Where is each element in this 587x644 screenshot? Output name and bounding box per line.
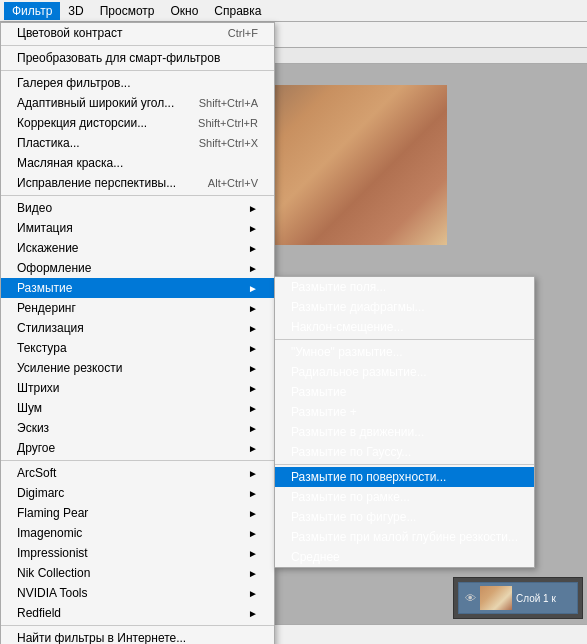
menu-item-other[interactable]: Другое ►: [1, 438, 274, 458]
submenu-item-motion-blur[interactable]: Размытие в движении...: [275, 422, 534, 442]
menu-item-label: Redfield: [17, 606, 61, 620]
layer-item[interactable]: 👁 Слой 1 к: [458, 582, 578, 614]
menu-item-digimarc[interactable]: Digimarc ►: [1, 483, 274, 503]
menu-item-imagenomic[interactable]: Imagenomic ►: [1, 523, 274, 543]
menu-item-smart-filters[interactable]: Преобразовать для смарт-фильтров: [1, 48, 274, 68]
menu-item-sketch[interactable]: Эскиз ►: [1, 418, 274, 438]
menu-item-sharpen[interactable]: Усиление резкости ►: [1, 358, 274, 378]
menu-item-adaptive-wide[interactable]: Адаптивный широкий угол... Shift+Ctrl+A: [1, 93, 274, 113]
menu-item-imitation[interactable]: Имитация ►: [1, 218, 274, 238]
menu-item-rendering[interactable]: Рендеринг ►: [1, 298, 274, 318]
menu-item-gallery[interactable]: Галерея фильтров...: [1, 73, 274, 93]
menu-item-nik-collection[interactable]: Nik Collection ►: [1, 563, 274, 583]
submenu-item-blur-aperture[interactable]: Размытие диафрагмы...: [275, 297, 534, 317]
menu-item-label: Размытие: [17, 281, 72, 295]
menu-item-label: Эскиз: [17, 421, 49, 435]
submenu-arrow-icon: ►: [248, 568, 258, 579]
separator-1: [1, 45, 274, 46]
menu-item-shortcut: Ctrl+F: [208, 27, 258, 39]
menu-help[interactable]: Справка: [206, 2, 269, 20]
menu-item-label: Digimarc: [17, 486, 64, 500]
submenu-arrow-icon: ►: [248, 588, 258, 599]
menu-item-shortcut: Shift+Ctrl+X: [179, 137, 258, 149]
menu-item-shortcut: Shift+Ctrl+R: [178, 117, 258, 129]
menu-item-label: ArcSoft: [17, 466, 56, 480]
submenu-item-label: Размытие диафрагмы...: [291, 300, 425, 314]
menu-item-texture[interactable]: Текстура ►: [1, 338, 274, 358]
menu-item-plastic[interactable]: Пластика... Shift+Ctrl+X: [1, 133, 274, 153]
submenu-arrow-icon: ►: [248, 468, 258, 479]
separator-2: [1, 70, 274, 71]
menu-item-label: Стилизация: [17, 321, 84, 335]
menu-filter[interactable]: Фильтр: [4, 2, 60, 20]
submenu-arrow-icon: ►: [248, 283, 258, 294]
menu-item-blur[interactable]: Размытие ► Размытие поля... Размытие диа…: [1, 278, 274, 298]
submenu-item-label: Размытие: [291, 385, 346, 399]
submenu-arrow-icon: ►: [248, 403, 258, 414]
submenu-item-tilt-shift[interactable]: Наклон-смещение...: [275, 317, 534, 337]
menu-item-label: Imagenomic: [17, 526, 82, 540]
menu-item-label: Штрихи: [17, 381, 60, 395]
menu-item-label: Видео: [17, 201, 52, 215]
menu-item-flaming-pear[interactable]: Flaming Pear ►: [1, 503, 274, 523]
menu-item-stylization[interactable]: Стилизация ►: [1, 318, 274, 338]
menu-item-label: Цветовой контраст: [17, 26, 122, 40]
separator-3: [1, 195, 274, 196]
submenu-arrow-icon: ►: [248, 363, 258, 374]
menu-item-noise[interactable]: Шум ►: [1, 398, 274, 418]
menu-item-video[interactable]: Видео ►: [1, 198, 274, 218]
menu-item-label: Адаптивный широкий угол...: [17, 96, 174, 110]
submenu-item-blur-field[interactable]: Размытие поля...: [275, 277, 534, 297]
submenu-arrow-icon: ►: [248, 243, 258, 254]
menu-item-redfield[interactable]: Redfield ►: [1, 603, 274, 623]
menu-item-label: Шум: [17, 401, 42, 415]
menu-item-decoration[interactable]: Оформление ►: [1, 258, 274, 278]
submenu-item-label: Радиальное размытие...: [291, 365, 427, 379]
submenu-item-label: "Умное" размытие...: [291, 345, 403, 359]
menu-item-shortcut: Shift+Ctrl+A: [179, 97, 258, 109]
submenu-item-frame-blur[interactable]: Размытие по рамке...: [275, 487, 534, 507]
menu-3d[interactable]: 3D: [60, 2, 91, 20]
menu-item-strokes[interactable]: Штрихи ►: [1, 378, 274, 398]
submenu-item-blur-plus[interactable]: Размытие +: [275, 402, 534, 422]
submenu-separator-2: [275, 464, 534, 465]
menu-item-impressionist[interactable]: Impressionist ►: [1, 543, 274, 563]
submenu-arrow-icon: ►: [248, 608, 258, 619]
submenu-item-radial-blur[interactable]: Радиальное размытие...: [275, 362, 534, 382]
menu-item-label: Преобразовать для смарт-фильтров: [17, 51, 220, 65]
submenu-item-label: Размытие по рамке...: [291, 490, 410, 504]
menu-view[interactable]: Просмотр: [92, 2, 163, 20]
menu-item-arcsoft[interactable]: ArcSoft ►: [1, 463, 274, 483]
menu-item-label: Галерея фильтров...: [17, 76, 130, 90]
menu-item-nvidia-tools[interactable]: NVIDIA Tools ►: [1, 583, 274, 603]
menu-item-perspective[interactable]: Исправление перспективы... Alt+Ctrl+V: [1, 173, 274, 193]
submenu-arrow-icon: ►: [248, 263, 258, 274]
submenu-item-label: Размытие при малой глубине резкости...: [291, 530, 518, 544]
menu-item-color-contrast[interactable]: Цветовой контраст Ctrl+F: [1, 23, 274, 43]
menu-bar: Фильтр 3D Просмотр Окно Справка: [0, 0, 587, 22]
submenu-item-figure-blur[interactable]: Размытие по фигуре...: [275, 507, 534, 527]
submenu-item-depth-blur[interactable]: Размытие при малой глубине резкости...: [275, 527, 534, 547]
menu-item-label: Оформление: [17, 261, 91, 275]
submenu-arrow-icon: ►: [248, 383, 258, 394]
submenu-item-smart-blur[interactable]: "Умное" размытие...: [275, 342, 534, 362]
layer-visibility-icon[interactable]: 👁: [463, 591, 477, 605]
blur-submenu: Размытие поля... Размытие диафрагмы... Н…: [274, 276, 535, 568]
submenu-item-label: Наклон-смещение...: [291, 320, 404, 334]
menu-item-oil-paint[interactable]: Масляная краска...: [1, 153, 274, 173]
submenu-item-average[interactable]: Среднее: [275, 547, 534, 567]
filter-dropdown: Цветовой контраст Ctrl+F Преобразовать д…: [0, 22, 275, 644]
menu-item-shortcut: Alt+Ctrl+V: [188, 177, 258, 189]
menu-item-find-filters[interactable]: Найти фильтры в Интернете...: [1, 628, 274, 644]
menu-window[interactable]: Окно: [162, 2, 206, 20]
submenu-item-blur-simple[interactable]: Размытие: [275, 382, 534, 402]
submenu-item-label: Размытие поля...: [291, 280, 386, 294]
menu-item-label: Искажение: [17, 241, 79, 255]
menu-item-label: Исправление перспективы...: [17, 176, 176, 190]
submenu-item-surface-blur[interactable]: Размытие по поверхности...: [275, 467, 534, 487]
menu-item-distortion[interactable]: Искажение ►: [1, 238, 274, 258]
submenu-arrow-icon: ►: [248, 488, 258, 499]
menu-item-correction[interactable]: Коррекция дисторсии... Shift+Ctrl+R: [1, 113, 274, 133]
submenu-item-gaussian-blur[interactable]: Размытие по Гауссу...: [275, 442, 534, 462]
submenu-arrow-icon: ►: [248, 548, 258, 559]
